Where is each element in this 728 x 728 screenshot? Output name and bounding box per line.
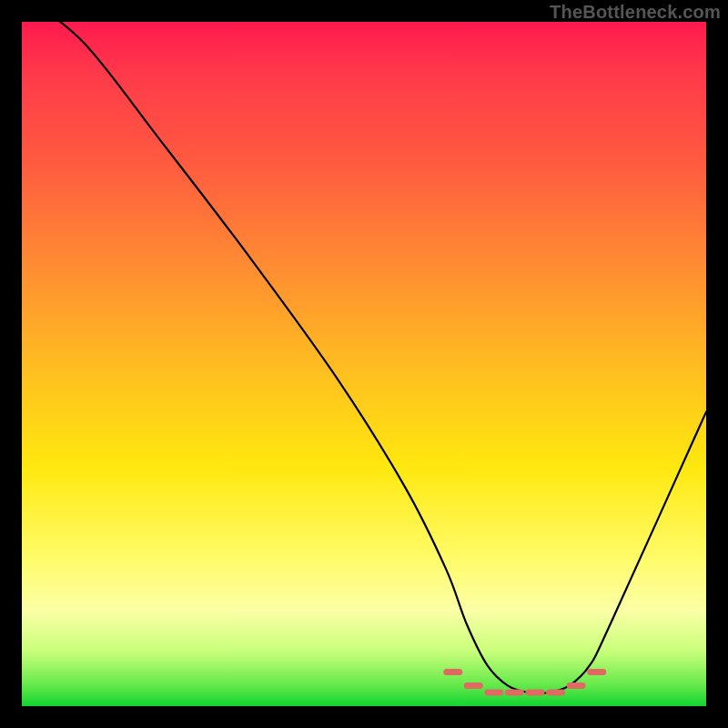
chart-frame: TheBottleneck.com [0, 0, 728, 728]
bottleneck-curve [22, 22, 706, 693]
bottleneck-curve-svg [22, 22, 706, 706]
watermark-text: TheBottleneck.com [550, 2, 721, 23]
optimal-range-markers [447, 672, 603, 693]
plot-area [22, 22, 706, 706]
